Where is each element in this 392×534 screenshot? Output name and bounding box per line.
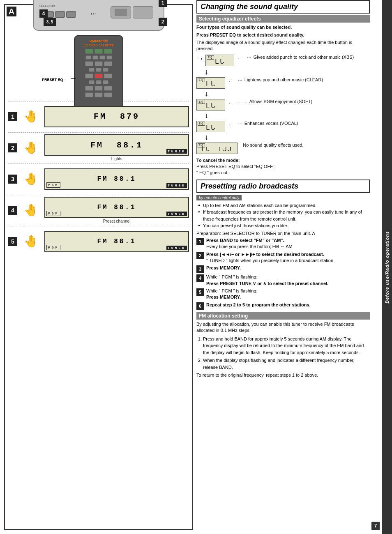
remote-only-badge: by remote control only bbox=[196, 195, 242, 200]
step-row-4: 4 🤚 FM 88.1 TUNED PGM Preset channel bbox=[8, 195, 189, 223]
step-4-pgm: PGM bbox=[46, 211, 60, 216]
step-3-display: FM 88.1 TUNED PGM bbox=[44, 168, 189, 190]
fm-alloc-body: By adjusting the allocation, you can ena… bbox=[196, 321, 370, 334]
step-5-hand: 🤚 bbox=[21, 231, 41, 252]
device-illustration: TAPE/CD TUNER CD PRESET EQ SELECTOR ↑↕↑ bbox=[8, 12, 189, 99]
step-1-display: FM 879 bbox=[44, 106, 189, 127]
step-3-pgm: PGM bbox=[46, 182, 60, 188]
radio-step-5: 5 While " PGM " is flashing: Press MEMOR… bbox=[196, 288, 370, 301]
eq-effect-3: EQ ᒪᒐ .. -- -- Allows BGM enjoyment (SOF… bbox=[196, 99, 370, 110]
side-tab: Before use/Radio operations bbox=[382, 0, 392, 534]
eq-section: Selecting equalizer effects Four types o… bbox=[196, 15, 370, 176]
step-4-display: FM 88.1 TUNED PGM bbox=[44, 197, 189, 218]
remote-brand: PanasonicCD RADIO CASSETTE bbox=[83, 39, 113, 47]
radio-step-4: 4 While " PGM " is flashing: Press PRESE… bbox=[196, 274, 370, 287]
eq-effect-4: EQ ᒪᒐ .. -- Enhances vocals (VOCAL) bbox=[196, 121, 370, 132]
step-2-number: 2 bbox=[8, 143, 17, 152]
badge-1: 1 bbox=[159, 0, 167, 7]
step-row-3: 3 🤚 FM 88.1 TUNED PGM bbox=[8, 163, 189, 192]
main-title-section: Changing the sound quality bbox=[196, 0, 370, 14]
radio-section: Presetting radio broadcasts by remote co… bbox=[196, 180, 370, 310]
cancel-note: " EQ " goes out. bbox=[196, 170, 370, 176]
radio-step-2-num: 2 bbox=[196, 252, 204, 259]
radio-step-1-text: Press BAND to select "FM" or "AM". Every… bbox=[206, 237, 293, 250]
step-4-hand: 🤚 bbox=[21, 200, 41, 221]
radio-step-4-num: 4 bbox=[196, 274, 204, 282]
step-4-number: 4 bbox=[8, 206, 17, 215]
eq-display-5: EQ ᒪᒐ ᒪᒍᒍ bbox=[196, 143, 238, 154]
eq-desc-1: Gives added punch to rock and other musi… bbox=[254, 55, 354, 60]
step-3-tuned: TUNED bbox=[166, 183, 187, 188]
eq-display-3: EQ ᒪᒐ bbox=[196, 99, 225, 110]
step-3-number: 3 bbox=[8, 175, 17, 184]
radio-step-2-text: Press |◄◄/– or ►►|/+ to select the desir… bbox=[206, 251, 334, 264]
label-a: A bbox=[7, 7, 16, 16]
bullet-1: Up to ten FM and AM stations each can be… bbox=[198, 202, 370, 209]
bullet-list: Up to ten FM and AM stations each can be… bbox=[196, 202, 370, 229]
radio-title: Presetting radio broadcasts bbox=[196, 180, 370, 193]
page-number: 7 bbox=[371, 522, 380, 530]
radio-step-3-text: Press MEMORY. bbox=[206, 265, 241, 271]
eq-section-title: Selecting equalizer effects bbox=[196, 15, 370, 23]
radio-step-3-num: 3 bbox=[196, 265, 204, 273]
fm-alloc-steps: Press and hold BAND for approximately 5 … bbox=[196, 336, 370, 371]
step-2-caption: Lights bbox=[44, 157, 189, 161]
badge-4: 4 bbox=[39, 9, 48, 18]
step-5-number: 5 bbox=[8, 237, 17, 246]
step-row-5: 5 🤚 FM 88.1 TUNED PGM bbox=[8, 226, 189, 255]
step-3-hand: 🤚 bbox=[21, 169, 41, 189]
side-tab-text: Before use/Radio operations bbox=[384, 228, 390, 307]
radio-step-2: 2 Press |◄◄/– or ►►|/+ to select the des… bbox=[196, 251, 370, 264]
fm-step-2: When the display stops flashing and indi… bbox=[203, 357, 370, 371]
arrow-2: ↓ bbox=[205, 90, 370, 98]
radio-step-6-num: 6 bbox=[196, 302, 204, 310]
eq-effect-2: EQ ᒪᒐ .. -- Lightens pop and other music… bbox=[196, 77, 370, 89]
step-4-tuned: TUNED bbox=[166, 212, 187, 216]
main-title: Changing the sound quality bbox=[196, 0, 370, 14]
arrow-3: ↓ bbox=[205, 111, 370, 120]
radio-step-1-num: 1 bbox=[196, 238, 204, 245]
fm-step-1: Press and hold BAND for approximately 5 … bbox=[203, 336, 370, 356]
cancel-text: Press PRESET EQ to select "EQ OFF". bbox=[196, 163, 370, 170]
bullet-2: If broadcast frequencies are preset in t… bbox=[198, 209, 370, 222]
eq-display-1: EQ ᒪᒐ bbox=[205, 55, 234, 66]
preset-eq-label: PRESET EQ bbox=[42, 78, 63, 82]
eq-description: The displayed image of a sound quality e… bbox=[196, 39, 370, 52]
preparation: Preparation: Set SELECTOR to TUNER on th… bbox=[196, 231, 370, 236]
eq-effect-1: EQ ᒪᒐ .. -- Gives added punch to rock an… bbox=[205, 55, 354, 66]
radio-step-6-text: Repeat step 2 to 5 to program the other … bbox=[206, 302, 311, 308]
radio-step-1: 1 Press BAND to select "FM" or "AM". Eve… bbox=[196, 237, 370, 250]
eq-desc-3: Allows BGM enjoyment (SOFT) bbox=[249, 99, 312, 104]
badge-2: 2 bbox=[159, 18, 167, 26]
step-row-2: 2 🤚 FM 88.1 TUNED Lights bbox=[8, 132, 189, 161]
step-2-hand: 🤚 bbox=[21, 138, 41, 158]
step-5-display: FM 88.1 TUNED PGM bbox=[44, 231, 189, 252]
step-4-caption: Preset channel bbox=[44, 219, 189, 223]
step-2-display: FM 88.1 TUNED bbox=[44, 134, 189, 156]
radio-step-5-num: 5 bbox=[196, 288, 204, 296]
bullet-3: You can preset just those stations you l… bbox=[198, 222, 370, 229]
arrow-1: ↓ bbox=[205, 68, 370, 76]
eq-press-label: Press PRESET EQ to select desired sound … bbox=[196, 32, 370, 38]
radio-step-5-text: While " PGM " is flashing: Press MEMORY. bbox=[206, 288, 258, 301]
eq-display-4: EQ ᒪᒐ bbox=[196, 121, 225, 132]
badge-3-5: 3, 5 bbox=[44, 18, 56, 26]
step-2-tuned: TUNED bbox=[166, 149, 187, 154]
fm-alloc-section: FM allocation setting By adjusting the a… bbox=[196, 312, 370, 379]
arrow-4: ↓ bbox=[205, 133, 370, 142]
eq-desc-4: Enhances vocals (VOCAL) bbox=[244, 121, 298, 126]
step-5-tuned: TUNED bbox=[166, 246, 187, 250]
cancel-title: To cancel the mode: bbox=[196, 157, 370, 163]
step-5-pgm: PGM bbox=[46, 245, 60, 250]
fm-footer: To return to the original frequency, rep… bbox=[196, 372, 370, 378]
eq-effect-5: EQ ᒪᒐ ᒪᒍᒍ No sound quality effects used. bbox=[196, 143, 370, 154]
right-panel: Changing the sound quality Selecting equ… bbox=[196, 0, 382, 534]
eq-desc-2: Lightens pop and other music (CLEAR) bbox=[244, 77, 323, 82]
radio-step-3: 3 Press MEMORY. bbox=[196, 265, 370, 273]
left-panel: A TAPE/CD TUNER CD PRESET EQ SELECTOR ↑↕… bbox=[4, 4, 193, 530]
fm-alloc-title: FM allocation setting bbox=[196, 312, 370, 320]
eq-desc-5: No sound quality effects used. bbox=[243, 143, 303, 147]
radio-step-6: 6 Repeat step 2 to 5 to program the othe… bbox=[196, 302, 370, 310]
radio-step-4-text: While " PGM " is flashing: Press PRESET … bbox=[206, 274, 328, 287]
eq-intro: Four types of sound quality can be selec… bbox=[196, 24, 370, 30]
